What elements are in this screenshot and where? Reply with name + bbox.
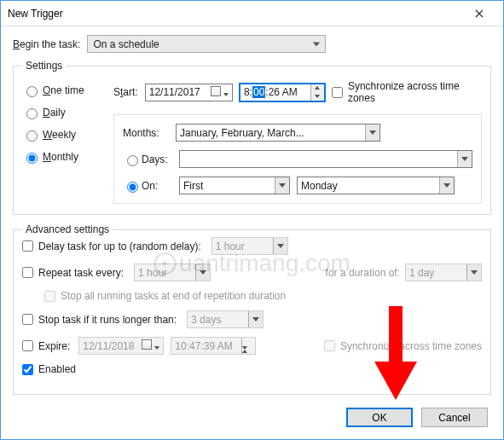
chevron-down-icon (466, 264, 481, 281)
duration-combo: 1 day (405, 263, 482, 281)
stop-end-row: Stop all running tasks at end of repetit… (22, 290, 482, 302)
start-row: Start: 12/11/2017 8:00:26 AM Synchronize… (113, 80, 482, 104)
radio-days[interactable] (127, 155, 138, 166)
days-label: Days: (142, 153, 172, 165)
stop-long-label: Stop task if it runs longer than: (38, 314, 177, 326)
on-day-value: Monday (301, 180, 338, 192)
start-label: Start: (113, 86, 138, 98)
sync-timezones-checkbox[interactable]: Synchronize across time zones (332, 80, 482, 104)
begin-task-dropdown[interactable]: On a schedule (87, 35, 326, 53)
repeat-checkbox[interactable] (22, 267, 33, 278)
titlebar: New Trigger (1, 1, 503, 26)
repeat-label: Repeat task every: (38, 267, 124, 279)
enabled-label: Enabled (38, 363, 76, 375)
stop-end-label: Stop all running tasks at end of repetit… (61, 290, 286, 302)
settings-legend: Settings (22, 60, 66, 72)
stop-long-row: Stop task if it runs longer than: 3 days (22, 310, 482, 328)
months-label: Months: (123, 127, 169, 139)
time-spinner[interactable] (310, 84, 324, 101)
expire-label: Expire: (38, 340, 70, 352)
chevron-down-icon (275, 177, 289, 194)
chevron-down-icon (248, 311, 263, 327)
chevron-down-icon (273, 238, 287, 254)
repeat-row: Repeat task every: 1 hour for a duration… (22, 263, 482, 281)
chevron-down-icon (154, 346, 159, 350)
chevron-down-icon (223, 93, 229, 96)
days-combo (179, 150, 472, 168)
begin-task-value: On a schedule (93, 38, 159, 50)
delay-combo: 1 hour (211, 237, 288, 255)
expire-time-input: 10:47:39 AM (171, 337, 256, 355)
chevron-down-icon (365, 124, 379, 141)
advanced-group: Advanced settings Delay task for up to (… (13, 223, 491, 395)
enabled-checkbox[interactable] (22, 364, 33, 375)
time-spinner (241, 338, 255, 354)
chevron-down-icon (457, 151, 472, 167)
on-ordinal-value: First (183, 180, 203, 192)
expire-sync-label: Synchronize across time zones (340, 340, 482, 352)
spinner-down[interactable] (311, 92, 324, 101)
stop-long-combo: 3 days (187, 310, 264, 328)
radio-on[interactable] (127, 182, 138, 193)
button-bar: OK Cancel (346, 408, 488, 427)
delay-row: Delay task for up to (random delay): 1 h… (22, 237, 482, 255)
chevron-down-icon (313, 42, 320, 46)
radio-weekly[interactable]: Weekly (22, 128, 103, 142)
delay-label: Delay task for up to (random delay): (38, 240, 201, 252)
radio-onetime[interactable]: One time (22, 84, 103, 97)
start-date-value: 12/11/2017 (149, 86, 200, 98)
begin-task-row: Begin the task: On a schedule (13, 35, 491, 53)
cancel-button[interactable]: Cancel (421, 408, 488, 427)
begin-task-label: Begin the task: (13, 38, 80, 50)
start-date-input[interactable]: 12/11/2017 (145, 84, 233, 101)
on-day-combo[interactable]: Monday (297, 177, 455, 194)
expire-date-input: 12/11/2018 (78, 337, 164, 355)
advanced-legend: Advanced settings (22, 223, 113, 235)
stop-long-checkbox[interactable] (22, 314, 33, 325)
repeat-combo: 1 hour (134, 263, 211, 281)
close-icon (475, 9, 484, 18)
expire-row: Expire: 12/11/2018 10:47:39 AM Synchroni… (22, 337, 482, 355)
calendar-icon (211, 86, 221, 96)
months-combo[interactable]: January, February, March... (176, 124, 380, 142)
on-ordinal-combo[interactable]: First (179, 177, 290, 194)
duration-label: for a duration of: (326, 267, 400, 279)
radio-monthly[interactable]: Monthly (22, 150, 103, 164)
months-value: January, February, March... (180, 127, 304, 139)
start-time-value: 8:00:26 AM (240, 86, 310, 98)
radio-daily[interactable]: Daily (22, 106, 103, 119)
close-button[interactable] (462, 3, 496, 24)
enabled-row: Enabled (22, 363, 482, 375)
schedule-radio-group: One time Daily Weekly Monthly (22, 80, 103, 204)
expire-checkbox[interactable] (22, 340, 33, 351)
window-title: New Trigger (8, 8, 462, 20)
stop-end-checkbox (44, 291, 55, 302)
expire-sync-checkbox (324, 340, 335, 351)
calendar-icon (142, 339, 152, 350)
ok-button[interactable]: OK (346, 408, 413, 427)
monthly-subgroup: Months: January, February, March... Days… (113, 114, 482, 204)
on-label: On: (142, 180, 172, 192)
spinner-up[interactable] (311, 84, 324, 93)
settings-group: Settings One time Daily Weekly Monthly S… (13, 60, 491, 215)
delay-checkbox[interactable] (22, 240, 33, 252)
chevron-down-icon (439, 177, 454, 194)
chevron-down-icon (195, 264, 210, 281)
start-time-input[interactable]: 8:00:26 AM (240, 84, 325, 101)
